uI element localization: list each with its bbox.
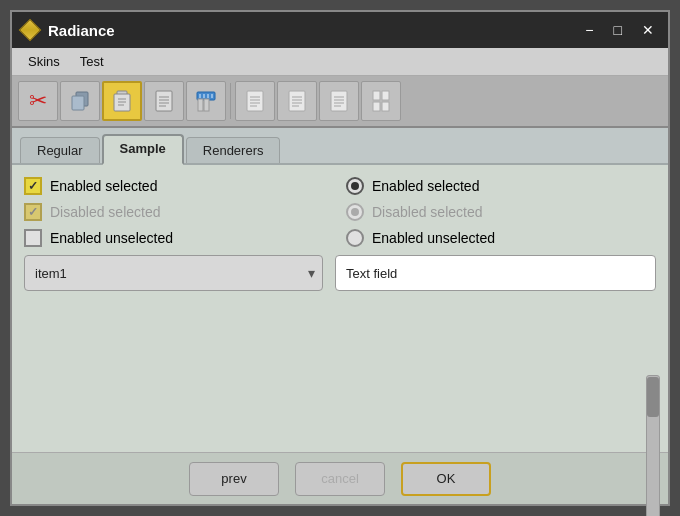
radio-dot-disabled bbox=[351, 208, 359, 216]
checkbox-disabled-selected: ✓ bbox=[24, 203, 42, 221]
document-button[interactable] bbox=[144, 81, 184, 121]
svg-rect-1 bbox=[72, 96, 84, 110]
cancel-button[interactable]: cancel bbox=[295, 462, 385, 496]
svg-rect-35 bbox=[373, 102, 380, 111]
svg-rect-13 bbox=[198, 99, 203, 111]
title-bar: Radiance − □ ✕ bbox=[12, 12, 668, 48]
svg-rect-14 bbox=[204, 99, 209, 111]
svg-rect-2 bbox=[117, 91, 127, 96]
checkbox-enabled-selected-label: Enabled selected bbox=[50, 178, 157, 194]
menu-test[interactable]: Test bbox=[70, 50, 114, 73]
item-select[interactable]: item1 item2 item3 bbox=[24, 255, 323, 291]
scissors-button[interactable]: ✂ bbox=[18, 81, 58, 121]
scrollbar[interactable] bbox=[646, 375, 660, 516]
menu-bar: Skins Test bbox=[12, 48, 668, 76]
radio-enabled-unselected[interactable] bbox=[346, 229, 364, 247]
content-area: ✓ Enabled selected Enabled selected bbox=[12, 165, 668, 452]
radio-disabled-selected-label: Disabled selected bbox=[372, 204, 483, 220]
svg-rect-7 bbox=[156, 91, 172, 111]
svg-rect-12 bbox=[197, 92, 215, 100]
file3-button[interactable] bbox=[319, 81, 359, 121]
checkbox-enabled-unselected[interactable] bbox=[24, 229, 42, 247]
window-title: Radiance bbox=[48, 22, 579, 39]
radio-disabled-selected-item: Disabled selected bbox=[346, 203, 656, 221]
svg-rect-24 bbox=[289, 91, 305, 111]
main-window: Radiance − □ ✕ Skins Test ✂ bbox=[10, 10, 670, 506]
svg-rect-37 bbox=[382, 102, 389, 111]
radio-dot bbox=[351, 182, 359, 190]
checkbox-enabled-selected-item: ✓ Enabled selected bbox=[24, 177, 334, 195]
row-disabled-selected: ✓ Disabled selected Disabled selected bbox=[24, 203, 656, 221]
tab-sample[interactable]: Sample bbox=[102, 134, 184, 165]
svg-rect-19 bbox=[247, 91, 263, 111]
radio-enabled-unselected-item: Enabled unselected bbox=[346, 229, 656, 247]
svg-rect-36 bbox=[382, 91, 389, 100]
checkbox-enabled-unselected-label: Enabled unselected bbox=[50, 230, 173, 246]
scrollbar-thumb[interactable] bbox=[647, 377, 659, 417]
radio-disabled-selected-col: Disabled selected bbox=[346, 203, 656, 221]
checkmark-icon: ✓ bbox=[28, 179, 38, 193]
checkbox-enabled-unselected-col: Enabled unselected bbox=[24, 229, 334, 247]
row-enabled-selected: ✓ Enabled selected Enabled selected bbox=[24, 177, 656, 195]
checkbox-enabled-unselected-item: Enabled unselected bbox=[24, 229, 334, 247]
menu-skins[interactable]: Skins bbox=[18, 50, 70, 73]
minimize-button[interactable]: − bbox=[579, 21, 599, 39]
prev-button[interactable]: prev bbox=[189, 462, 279, 496]
text-field-input[interactable] bbox=[335, 255, 656, 291]
copy-button[interactable] bbox=[60, 81, 100, 121]
svg-rect-34 bbox=[373, 91, 380, 100]
checkbox-disabled-selected-label: Disabled selected bbox=[50, 204, 161, 220]
radio-disabled-selected bbox=[346, 203, 364, 221]
toolbar-separator bbox=[230, 83, 231, 119]
checkbox-disabled-selected-item: ✓ Disabled selected bbox=[24, 203, 334, 221]
svg-rect-0 bbox=[76, 92, 88, 106]
window-controls: − □ ✕ bbox=[579, 21, 660, 39]
row-enabled-unselected: Enabled unselected Enabled unselected bbox=[24, 229, 656, 247]
app-icon bbox=[20, 20, 40, 40]
file1-button[interactable] bbox=[235, 81, 275, 121]
bottom-bar: prev cancel OK bbox=[12, 452, 668, 504]
svg-rect-3 bbox=[114, 94, 130, 111]
svg-rect-29 bbox=[331, 91, 347, 111]
radio-enabled-selected-item: Enabled selected bbox=[346, 177, 656, 195]
ok-button[interactable]: OK bbox=[401, 462, 491, 496]
paste-button[interactable] bbox=[102, 81, 142, 121]
file4-button[interactable] bbox=[361, 81, 401, 121]
dropdown-wrapper: item1 item2 item3 ▾ bbox=[24, 255, 323, 291]
tabs-bar: Regular Sample Renderers bbox=[12, 128, 668, 165]
close-button[interactable]: ✕ bbox=[636, 21, 660, 39]
tab-renderers[interactable]: Renderers bbox=[186, 137, 281, 163]
radio-enabled-unselected-col: Enabled unselected bbox=[346, 229, 656, 247]
checkbox-enabled-selected[interactable]: ✓ bbox=[24, 177, 42, 195]
file2-button[interactable] bbox=[277, 81, 317, 121]
tab-regular[interactable]: Regular bbox=[20, 137, 100, 163]
diamond-icon bbox=[19, 19, 42, 42]
radio-enabled-selected-col: Enabled selected bbox=[346, 177, 656, 195]
checkbox-enabled-selected-col: ✓ Enabled selected bbox=[24, 177, 334, 195]
maximize-button[interactable]: □ bbox=[608, 21, 628, 39]
toolbar: ✂ bbox=[12, 76, 668, 128]
checkmark-disabled-icon: ✓ bbox=[28, 205, 38, 219]
shredder-button[interactable] bbox=[186, 81, 226, 121]
radio-enabled-selected[interactable] bbox=[346, 177, 364, 195]
checkbox-disabled-selected-col: ✓ Disabled selected bbox=[24, 203, 334, 221]
radio-enabled-unselected-label: Enabled unselected bbox=[372, 230, 495, 246]
input-row: item1 item2 item3 ▾ bbox=[24, 255, 656, 291]
radio-enabled-selected-label: Enabled selected bbox=[372, 178, 479, 194]
